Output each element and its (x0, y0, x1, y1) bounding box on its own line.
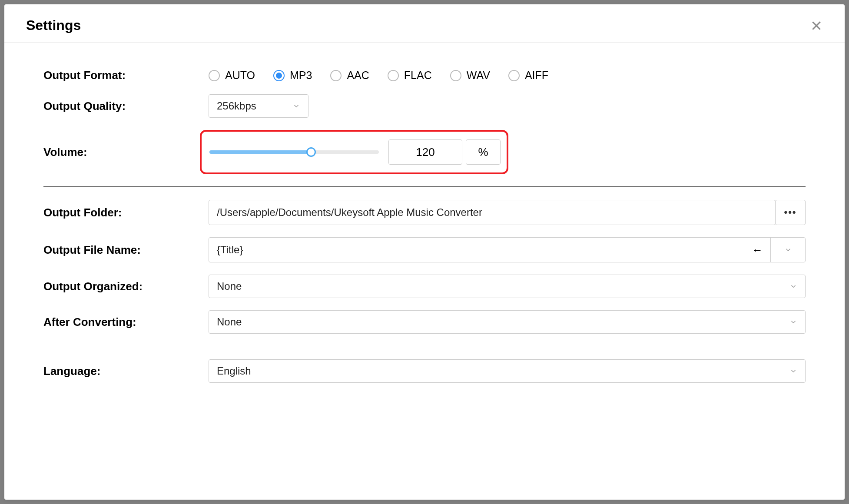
modal-header: Settings (4, 4, 845, 43)
volume-slider-thumb[interactable] (306, 147, 316, 157)
language-select[interactable]: English (209, 359, 806, 383)
output-format-control: AUTO MP3 AAC FLAC (209, 69, 806, 82)
settings-content: Output Format: AUTO MP3 AAC (4, 43, 845, 500)
output-folder-control: ••• (209, 200, 806, 225)
output-quality-value: 256kbps (217, 100, 256, 112)
filename-dropdown-button[interactable] (770, 238, 805, 262)
radio-label: AAC (347, 69, 369, 82)
label-language: Language: (43, 365, 209, 378)
radio-aiff[interactable]: AIFF (508, 69, 548, 82)
chevron-down-icon (789, 367, 797, 375)
chevron-down-icon (784, 246, 792, 254)
volume-unit: % (466, 139, 501, 165)
filename-back-button[interactable]: ← (744, 238, 770, 262)
radio-label: AUTO (225, 69, 255, 82)
radio-auto[interactable]: AUTO (209, 69, 255, 82)
chevron-down-icon (789, 318, 797, 326)
chevron-down-icon (292, 102, 300, 110)
radio-circle-icon (273, 70, 285, 81)
row-language: Language: English (43, 359, 806, 383)
label-output-format: Output Format: (43, 69, 209, 82)
output-file-name-control: ← (209, 237, 806, 262)
radio-mp3[interactable]: MP3 (273, 69, 312, 82)
volume-control: % (209, 130, 806, 174)
volume-highlight-box: % (200, 130, 508, 174)
row-output-file-name: Output File Name: ← (43, 237, 806, 262)
volume-slider-fill (209, 150, 311, 154)
after-converting-control: None (209, 310, 806, 334)
settings-modal: Settings Output Format: AUTO MP3 (4, 4, 845, 500)
label-output-organized: Output Organized: (43, 280, 209, 293)
radio-circle-icon (508, 70, 520, 81)
output-file-name-input[interactable] (209, 244, 744, 256)
divider (43, 186, 806, 187)
row-output-format: Output Format: AUTO MP3 AAC (43, 69, 806, 82)
label-volume: Volume: (43, 146, 209, 159)
label-output-quality: Output Quality: (43, 99, 209, 113)
after-converting-value: None (217, 316, 242, 328)
radio-dot-icon (276, 73, 282, 79)
output-file-name-box: ← (209, 237, 806, 262)
row-output-organized: Output Organized: None (43, 275, 806, 298)
row-after-converting: After Converting: None (43, 310, 806, 334)
volume-slider[interactable] (209, 150, 379, 154)
divider (43, 346, 806, 346)
close-icon[interactable] (810, 19, 823, 32)
radio-circle-icon (209, 70, 220, 81)
language-value: English (217, 365, 251, 377)
ellipsis-icon: ••• (784, 207, 796, 218)
language-control: English (209, 359, 806, 383)
chevron-down-icon (789, 282, 797, 290)
row-output-folder: Output Folder: ••• (43, 200, 806, 225)
volume-input[interactable] (388, 139, 462, 165)
browse-folder-button[interactable]: ••• (775, 200, 806, 225)
modal-title: Settings (26, 17, 81, 33)
row-volume: Volume: % (43, 130, 806, 174)
after-converting-select[interactable]: None (209, 310, 806, 334)
output-quality-select[interactable]: 256kbps (209, 94, 308, 118)
radio-label: AIFF (525, 69, 548, 82)
output-organized-control: None (209, 275, 806, 298)
output-format-radio-group: AUTO MP3 AAC FLAC (209, 69, 548, 82)
output-organized-select[interactable]: None (209, 275, 806, 298)
arrow-left-icon: ← (752, 243, 763, 257)
radio-label: FLAC (404, 69, 432, 82)
label-output-file-name: Output File Name: (43, 243, 209, 257)
output-folder-input[interactable] (209, 200, 776, 225)
radio-circle-icon (330, 70, 342, 81)
radio-wav[interactable]: WAV (450, 69, 490, 82)
radio-circle-icon (388, 70, 399, 81)
label-output-folder: Output Folder: (43, 206, 209, 219)
radio-aac[interactable]: AAC (330, 69, 369, 82)
radio-label: MP3 (290, 69, 312, 82)
radio-circle-icon (450, 70, 461, 81)
radio-flac[interactable]: FLAC (388, 69, 432, 82)
row-output-quality: Output Quality: 256kbps (43, 94, 806, 118)
output-quality-control: 256kbps (209, 94, 806, 118)
label-after-converting: After Converting: (43, 315, 209, 329)
output-organized-value: None (217, 280, 242, 292)
radio-label: WAV (467, 69, 490, 82)
